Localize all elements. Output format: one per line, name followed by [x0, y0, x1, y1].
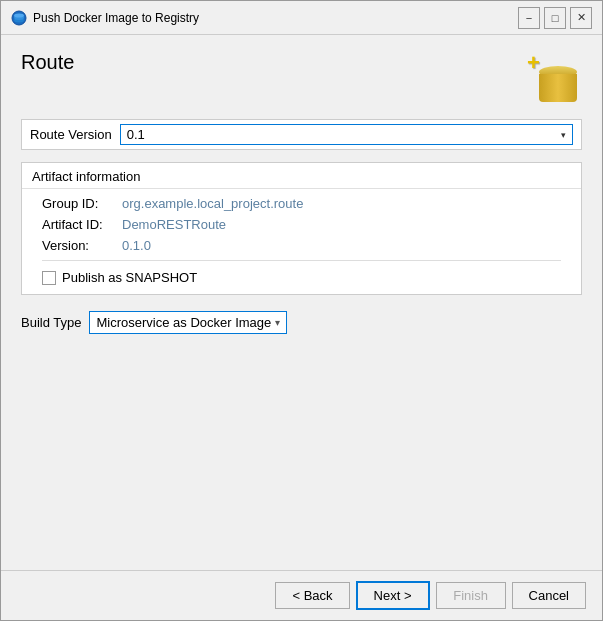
route-version-label: Route Version [30, 127, 120, 142]
spacer [21, 346, 582, 554]
page-header: Route + [21, 51, 582, 107]
build-type-row: Build Type Microservice as Docker Image … [21, 311, 582, 334]
artifact-header: Artifact information [22, 163, 581, 189]
svg-point-3 [14, 13, 24, 17]
separator [42, 260, 561, 261]
artifact-id-value: DemoRESTRoute [122, 217, 226, 232]
minimize-button[interactable]: − [518, 7, 540, 29]
build-type-dropdown[interactable]: Microservice as Docker Image ▾ [89, 311, 287, 334]
cancel-button[interactable]: Cancel [512, 582, 586, 609]
version-label: Version: [42, 238, 122, 253]
window-title: Push Docker Image to Registry [33, 11, 199, 25]
back-button[interactable]: < Back [275, 582, 349, 609]
db-cylinder [539, 66, 577, 102]
finish-button[interactable]: Finish [436, 582, 506, 609]
group-id-value: org.example.local_project.route [122, 196, 303, 211]
footer: < Back Next > Finish Cancel [1, 570, 602, 620]
page-title: Route [21, 51, 74, 74]
artifact-rows: Group ID: org.example.local_project.rout… [22, 189, 581, 294]
maximize-button[interactable]: □ [544, 7, 566, 29]
build-type-label: Build Type [21, 315, 81, 330]
snapshot-checkbox[interactable] [42, 271, 56, 285]
window-icon [11, 10, 27, 26]
version-value: 0.1.0 [122, 238, 151, 253]
build-type-value: Microservice as Docker Image [96, 315, 271, 330]
title-bar-controls: − □ ✕ [518, 7, 592, 29]
main-window: Push Docker Image to Registry − □ ✕ Rout… [0, 0, 603, 621]
route-version-row: Route Version 0.1 ▾ [21, 119, 582, 150]
title-bar: Push Docker Image to Registry − □ ✕ [1, 1, 602, 35]
db-body [539, 74, 577, 102]
artifact-section: Artifact information Group ID: org.examp… [21, 162, 582, 295]
title-bar-left: Push Docker Image to Registry [11, 10, 199, 26]
route-version-arrow: ▾ [561, 130, 566, 140]
database-icon: + [527, 52, 577, 102]
snapshot-row: Publish as SNAPSHOT [22, 265, 581, 290]
route-version-dropdown[interactable]: 0.1 ▾ [120, 124, 573, 145]
artifact-id-row: Artifact ID: DemoRESTRoute [22, 214, 581, 235]
version-row: Version: 0.1.0 [22, 235, 581, 256]
snapshot-label: Publish as SNAPSHOT [62, 270, 197, 285]
close-button[interactable]: ✕ [570, 7, 592, 29]
artifact-id-label: Artifact ID: [42, 217, 122, 232]
page-icon: + [522, 47, 582, 107]
group-id-row: Group ID: org.example.local_project.rout… [22, 193, 581, 214]
next-button[interactable]: Next > [356, 581, 430, 610]
route-version-value: 0.1 [127, 127, 145, 142]
group-id-label: Group ID: [42, 196, 122, 211]
build-type-arrow: ▾ [275, 317, 280, 328]
page-content: Route + Route Version 0.1 ▾ [1, 35, 602, 570]
